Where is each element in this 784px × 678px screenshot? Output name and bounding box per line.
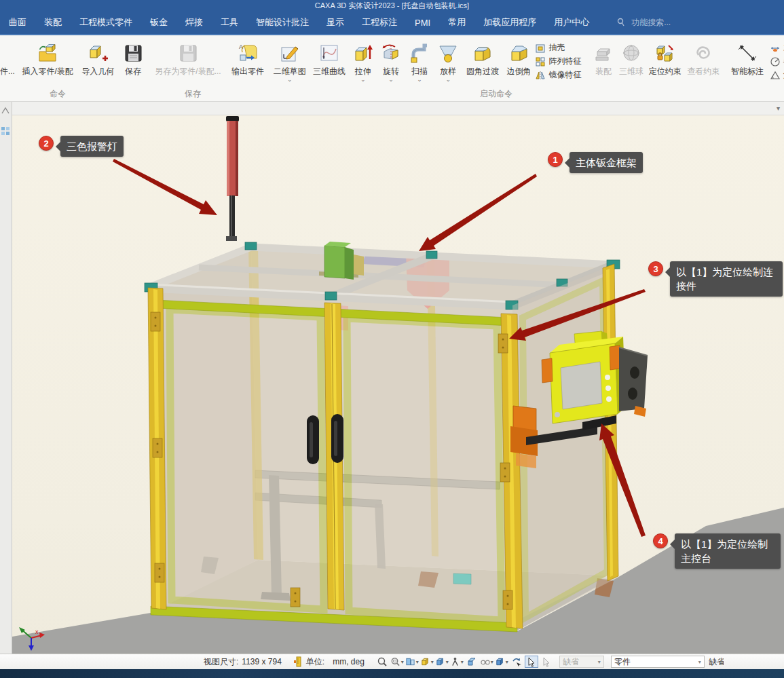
annotation-2-label[interactable]: 三色报警灯: [60, 136, 124, 157]
view-size-label: 视图尺寸:: [204, 656, 238, 668]
select-cursor-button[interactable]: [525, 656, 538, 668]
ribbon-insert-part-button[interactable]: 插入零件/装配: [15, 38, 81, 76]
menu-smart-annotation[interactable]: 智能设计批注: [247, 11, 318, 34]
2d-sketch-icon: [280, 39, 300, 67]
side-panel-strip[interactable]: [0, 102, 12, 654]
ribbon-loft-button[interactable]: 放样 ⌄: [434, 38, 462, 83]
ribbon-horizontal-dim-button[interactable]: 水: [770, 42, 784, 54]
ribbon-export-part-button[interactable]: A 输出零件: [228, 38, 267, 76]
radius-dim-icon: [770, 56, 781, 67]
menu-tools[interactable]: 工具: [212, 11, 247, 34]
unit-value: mm, deg: [333, 657, 365, 666]
menu-engineering-dimension[interactable]: 工程标注: [353, 11, 406, 34]
chevron-down-icon: ⌄: [445, 76, 451, 83]
shaded-display-icon[interactable]: [420, 656, 434, 668]
walkthrough-icon[interactable]: [450, 656, 464, 668]
view-layout-icon[interactable]: [405, 656, 419, 668]
ribbon-extrude-button[interactable]: 拉伸 ⌄: [350, 38, 377, 83]
ribbon-smart-dimension-button[interactable]: 智能标注: [725, 38, 770, 76]
arrow-to-frame: [419, 174, 537, 251]
perspective-icon[interactable]: [465, 656, 479, 668]
ribbon-toolbar: 件... 插入零件/装配 导入几何 命令 保存: [0, 35, 784, 102]
ribbon-shell-button[interactable]: 抽壳: [535, 42, 589, 54]
ribbon-new-part-button[interactable]: 件...: [0, 38, 15, 76]
ribbon-radius-dim-button[interactable]: 半: [770, 56, 784, 67]
viewport-3d[interactable]: x z: [12, 115, 784, 654]
ribbon-position-constraint-button[interactable]: 定位约束: [646, 38, 684, 76]
annotation-3[interactable]: 3 以【1】为定位绘制连接件: [648, 261, 783, 297]
save-as-icon: [178, 39, 198, 67]
ribbon-3d-curve-button[interactable]: 三维曲线: [309, 38, 349, 76]
triad-x-label: x: [35, 628, 39, 635]
menu-display[interactable]: 显示: [318, 11, 353, 34]
caxa-3d-window: CAXA 3D 实体设计2023 - [托盘自动包装机.ics] 曲面 装配 工…: [0, 0, 784, 678]
ribbon-sweep-button[interactable]: 扫描 ⌄: [405, 38, 434, 83]
ribbon-2d-sketch-button[interactable]: 二维草图 ⌄: [270, 38, 309, 83]
annotation-4-label[interactable]: 以【1】为定位绘制主控台: [675, 533, 781, 569]
chevron-down-icon: ⌄: [388, 76, 394, 83]
zoom-fit-icon[interactable]: [375, 656, 389, 668]
menu-common[interactable]: 常用: [439, 11, 474, 34]
annotation-1[interactable]: 1 主体钣金框架: [548, 152, 643, 173]
search-icon: [616, 17, 627, 28]
smart-dimension-icon: [737, 39, 758, 67]
ribbon-mirror-button[interactable]: 镜像特征: [535, 69, 589, 81]
annotation-2[interactable]: 2 三色报警灯: [39, 136, 124, 157]
menu-pmi[interactable]: PMI: [406, 11, 439, 34]
annotation-4[interactable]: 4 以【1】为定位绘制主控台: [653, 533, 781, 569]
triball-icon: [621, 39, 641, 67]
annotation-1-label[interactable]: 主体钣金框架: [570, 152, 643, 173]
spin-view-icon[interactable]: [510, 656, 523, 668]
mode-combo[interactable]: 零件▾: [611, 656, 705, 668]
function-search[interactable]: 功能搜索...: [616, 17, 671, 29]
menu-sheet-metal[interactable]: 钣金: [141, 11, 176, 34]
ribbon-group-command: 件... 插入零件/装配 导入几何 命令: [0, 35, 115, 101]
menu-user-center[interactable]: 用户中心: [545, 11, 598, 34]
view-cube-icon[interactable]: [495, 656, 508, 668]
annotation-2-badge[interactable]: 2: [39, 136, 54, 151]
menu-assembly[interactable]: 装配: [35, 11, 71, 34]
ribbon-fillet-button[interactable]: 圆角过渡: [462, 38, 502, 76]
design-tree-icon[interactable]: [1, 126, 10, 136]
ribbon-group-launch-commands: 二维草图 ⌄ 三维曲线 拉伸 ⌄ 旋转 ⌄: [270, 35, 722, 101]
search-placeholder: 功能搜索...: [631, 17, 671, 29]
select-cursor-alt-button[interactable]: [540, 656, 553, 668]
stereo-glasses-icon[interactable]: [480, 656, 493, 668]
render-mode-icon[interactable]: [435, 656, 449, 668]
shell-icon: [535, 43, 546, 54]
ribbon-triball-button: 三维球: [617, 38, 646, 76]
roof-green-box: [319, 242, 364, 280]
menu-engineering-mode-part[interactable]: 工程模式零件: [71, 11, 141, 34]
annotation-4-badge[interactable]: 4: [653, 533, 668, 548]
chevron-down-icon: ⌄: [417, 76, 422, 83]
menu-welding[interactable]: 焊接: [176, 11, 212, 34]
menu-load-apps[interactable]: 加载应用程序: [474, 11, 545, 34]
annotation-1-badge[interactable]: 1: [548, 152, 563, 167]
annotation-3-badge[interactable]: 3: [648, 261, 663, 276]
door-handle-right: [331, 414, 343, 463]
ribbon-import-geometry-button[interactable]: 导入几何: [81, 38, 115, 76]
ribbon-angle-dim-button[interactable]: 角: [770, 69, 784, 81]
alarm-light-pole: [226, 116, 239, 241]
window-title: CAXA 3D 实体设计2023 - [托盘自动包装机.ics]: [315, 1, 469, 10]
ribbon-pattern-button[interactable]: 阵列特征: [535, 56, 589, 67]
group-label-save: 保存: [118, 88, 267, 100]
assemble-icon: [593, 39, 614, 67]
enclosure-front-face: [148, 288, 523, 632]
feature-ops-stack: 抽壳 阵列特征 镜像特征: [535, 38, 589, 81]
angle-dim-icon: [770, 70, 781, 81]
ribbon-save-button[interactable]: 保存: [118, 38, 148, 76]
ribbon-group-save: 保存 另存为零件/装配... A 输出零件 保存: [118, 35, 267, 101]
menu-surface[interactable]: 曲面: [0, 11, 35, 34]
ribbon-collapse-button[interactable]: ▾: [777, 105, 780, 112]
extrude-icon: [353, 39, 373, 67]
save-icon: [123, 39, 143, 67]
ribbon-revolve-button[interactable]: 旋转 ⌄: [377, 38, 405, 83]
panel-tab-icon[interactable]: [1, 106, 10, 115]
ribbon-chamfer-button[interactable]: 边倒角: [503, 38, 536, 76]
truncated-status-text: 缺省: [709, 656, 724, 668]
annotation-3-label[interactable]: 以【1】为定位绘制连接件: [670, 261, 783, 297]
view-size-value: 1139 x 794: [242, 657, 282, 666]
zoom-window-icon[interactable]: [390, 656, 404, 668]
title-bar: CAXA 3D 实体设计2023 - [托盘自动包装机.ics]: [0, 0, 784, 11]
